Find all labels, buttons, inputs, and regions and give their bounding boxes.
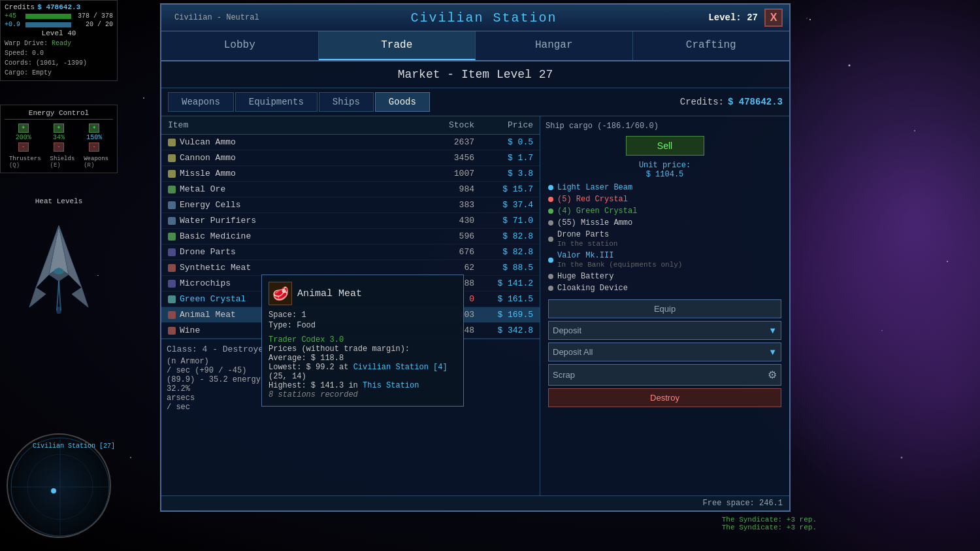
free-space-label: Free space: 246.1 (703, 499, 783, 508)
table-row[interactable]: Basic Medicine 596 $ 82.8 (161, 229, 540, 244)
inv-item-valor: Valor Mk.III In the Bank (equipments onl… (546, 250, 784, 271)
inventory-panel: Ship cargo (-186.1/60.0) Sell Unit price… (540, 116, 789, 495)
tab-hangar[interactable]: Hangar (476, 31, 633, 60)
inv-item-huge-battery: Huge Battery (546, 271, 784, 282)
inv-dot (548, 220, 553, 225)
tab-trade[interactable]: Trade (319, 31, 476, 60)
ship-display (0, 209, 118, 327)
item-icon-ammo (168, 170, 176, 178)
tooltip-space: Space: 1 (269, 310, 457, 320)
inv-dot (548, 258, 553, 263)
col-stock: Stock (422, 120, 474, 130)
tooltip-lowest: Lowest: $ 99.2 at Civilian Station [4] (… (269, 363, 457, 381)
weapons-label: Weapons(R) (84, 156, 108, 169)
station-level: Level: 27 (708, 12, 764, 23)
table-row[interactable]: Missle Ammo 1007 $ 3.8 (161, 166, 540, 182)
table-row[interactable]: Vulcan Ammo 2637 $ 0.5 (161, 135, 540, 150)
in-bank-label: In the Bank (equipments only) (557, 261, 682, 269)
thruster-decrease-btn[interactable]: - (18, 142, 29, 152)
item-name-water: Water Purifiers (168, 216, 422, 225)
item-icon-resource (168, 233, 176, 241)
shield-bar-row: +0.9 20 / 20 (5, 21, 113, 28)
hud-info: Warp Drive: Ready Speed: 0.0 Coords: (10… (5, 39, 113, 78)
shield-value: 20 / 20 (74, 21, 113, 28)
tooltip-item-icon: 🥩 (269, 282, 292, 305)
station-subtitle: Civilian - Neutral (168, 13, 259, 22)
shield-increase-btn[interactable]: + (54, 124, 64, 133)
station-window: Civilian - Neutral Civilian Station Leve… (160, 3, 791, 512)
sell-button[interactable]: Sell (626, 136, 704, 156)
inv-item-red-crystal: (5) Red Crystal (546, 193, 784, 205)
credits-display: Credits: $ 478642.3 (680, 92, 783, 112)
inv-dot (548, 286, 553, 291)
hp-bar (25, 14, 71, 19)
ship-icon (26, 222, 91, 314)
tooltip-lowest-station[interactable]: Civilian Station [4] (353, 363, 448, 372)
deposit-button[interactable]: Deposit ▼ (548, 321, 781, 340)
item-icon-food (168, 327, 176, 335)
destroy-button[interactable]: Destroy (548, 388, 781, 407)
shield-col: + 34% - (53, 124, 65, 152)
energy-controls[interactable]: + 200% - + 34% - + 150% - (5, 124, 113, 152)
inv-dot (548, 237, 553, 242)
deposit-all-button[interactable]: Deposit All ▼ (548, 342, 781, 361)
energy-title: Energy Control (5, 109, 113, 120)
table-row[interactable]: Drone Parts 676 $ 82.8 (161, 244, 540, 260)
hud-credits-row: Credits $ 478642.3 (5, 3, 113, 11)
deposit-arrow: ▼ (768, 326, 777, 335)
credits-label: Credits (5, 3, 35, 11)
shield-label: Shields(E) (50, 156, 74, 169)
table-header: Item Stock Price (161, 116, 540, 135)
inv-item-drone-parts: Drone Parts In the station (546, 229, 784, 250)
cat-goods[interactable]: Goods (375, 92, 430, 112)
credits-amount: $ 478642.3 (728, 97, 783, 107)
cat-equipments[interactable]: Equipments (235, 92, 318, 112)
svg-point-15 (54, 268, 64, 275)
inv-dot (548, 197, 553, 202)
cargo-header: Ship cargo (-186.1/60.0) (546, 122, 784, 131)
close-button[interactable]: X (764, 8, 783, 27)
tooltip-highest: Highest: $ 141.3 in This Station (269, 381, 457, 390)
energy-labels-row: Thrusters(Q) Shields(E) Weapons(R) (5, 156, 113, 169)
shield-decrease-btn[interactable]: - (54, 142, 64, 152)
category-tabs: Weapons Equipments Ships Goods Credits: … (161, 88, 789, 116)
tab-lobby[interactable]: Lobby (161, 31, 319, 60)
table-row[interactable]: Synthetic Meat 62 $ 88.5 (161, 260, 540, 276)
inv-item-missle-ammo: (55) Missle Ammo (546, 217, 784, 229)
cat-weapons[interactable]: Weapons (168, 92, 234, 112)
action-buttons: Equip Deposit ▼ Deposit All ▼ Scrap ⚙ De… (546, 294, 784, 412)
tooltip-prices-title: Prices (without trade margin): (269, 344, 457, 354)
tooltip-type: Type: Food (269, 321, 457, 330)
tooltip-codex: Trader Codex 3.0 Prices (without trade m… (269, 335, 457, 399)
item-name-missle: Missle Ammo (168, 169, 422, 178)
equip-button[interactable]: Equip (548, 299, 781, 318)
cat-ships[interactable]: Ships (319, 92, 374, 112)
item-name-cannon: Cannon Ammo (168, 153, 422, 163)
speed-display: Speed: 0.0 (5, 48, 113, 58)
shield-bar-fill (25, 22, 71, 27)
tab-crafting[interactable]: Crafting (633, 31, 790, 60)
item-icon-equip (168, 217, 176, 225)
item-tooltip: 🥩 Animal Meat Space: 1 Type: Food Trader… (261, 275, 464, 407)
inv-dot (548, 274, 553, 279)
table-row[interactable]: Water Purifiers 430 $ 71.0 (161, 213, 540, 229)
hp-plus-label: +45 (5, 12, 23, 20)
table-row[interactable]: Energy Cells 383 $ 37.4 (161, 197, 540, 213)
col-item: Item (168, 120, 422, 130)
item-icon-food (168, 311, 176, 319)
tooltip-highest-station[interactable]: This Station (363, 381, 419, 390)
table-row[interactable]: Metal Ore 984 $ 15.7 (161, 182, 540, 197)
weapons-decrease-btn[interactable]: - (89, 142, 99, 152)
scrap-button[interactable]: Scrap ⚙ (548, 364, 781, 386)
col-price: Price (474, 120, 533, 130)
item-name-vulcan: Vulcan Ammo (168, 137, 422, 147)
item-name-synthetic: Synthetic Meat (168, 263, 422, 273)
svg-marker-13 (29, 288, 46, 307)
thruster-increase-btn[interactable]: + (18, 124, 29, 133)
item-icon-equip (168, 201, 176, 209)
weapons-increase-btn[interactable]: + (89, 124, 99, 133)
table-row[interactable]: Cannon Ammo 3456 $ 1.7 (161, 150, 540, 166)
svg-point-20 (38, 291, 41, 293)
inv-item-cloaking: Cloaking Device (546, 282, 784, 294)
thruster-col: + 200% - (16, 124, 31, 152)
